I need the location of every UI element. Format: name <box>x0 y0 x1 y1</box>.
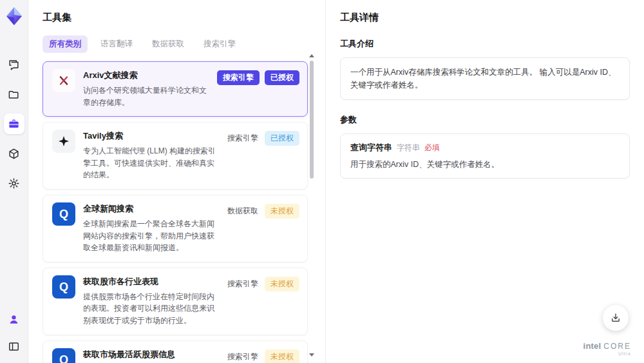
param-type: 字符串 <box>397 142 420 153</box>
sidebar-item-models[interactable] <box>4 143 24 164</box>
tab-search-engine[interactable]: 搜索引擎 <box>197 35 242 53</box>
tool-title: Arxiv文献搜索 <box>83 70 209 81</box>
tool-auth-badge: 已授权 <box>265 70 299 85</box>
briefcase-icon <box>8 118 20 130</box>
tool-description: 访问各个研究领域大量科学论文和文章的存储库。 <box>83 84 209 108</box>
download-button[interactable] <box>603 305 629 331</box>
scrollbar-thumb[interactable] <box>310 61 314 179</box>
tool-title: 获取市场最活跃股票信息 <box>83 349 218 360</box>
tool-card-body: 获取市场最活跃股票信息 提供当天交易量最高的股票列表。投资者可以利用这些信息来识… <box>83 348 218 363</box>
core-text: core <box>603 342 631 351</box>
intro-heading: 工具介绍 <box>340 38 630 50</box>
tool-icon: Q <box>52 130 75 153</box>
tool-icon: Q <box>52 348 75 363</box>
tool-description: 全球新闻搜索是一个聚合全球各大新闻网站内容的搜索引擎，帮助用户快速获取全球最新资… <box>83 218 218 254</box>
q-logo-icon: Q <box>59 354 68 363</box>
sidebar-item-tools[interactable] <box>4 113 24 134</box>
sidebar-bottom <box>4 309 24 357</box>
tool-auth-badge: 未授权 <box>265 204 299 219</box>
app-logo[interactable] <box>3 5 25 27</box>
tool-card-meta: 搜索引擎 未授权 <box>226 275 299 327</box>
collapse-panel-icon <box>8 340 20 353</box>
diamond-logo-icon <box>5 6 24 26</box>
tool-category-badge: 搜索引擎 <box>226 131 260 146</box>
tool-card-meta: 搜索引擎 已授权 <box>226 130 299 181</box>
q-logo-icon: Q <box>59 281 68 293</box>
cube-icon <box>8 148 20 160</box>
tool-card-body: Arxiv文献搜索 访问各个研究领域大量科学论文和文章的存储库。 <box>83 69 209 108</box>
tool-card-body: 全球新闻搜索 全球新闻搜索是一个聚合全球各大新闻网站内容的搜索引擎，帮助用户快速… <box>83 202 218 254</box>
param-description: 用于搜索的Arxiv ID、关键字或作者姓名。 <box>350 159 620 170</box>
download-icon <box>610 312 621 324</box>
tool-card-meta: 搜索引擎 未授权 <box>226 348 299 363</box>
tab-language-translation[interactable]: 语言翻译 <box>94 35 139 53</box>
tool-icon: Q <box>52 275 75 299</box>
tool-card-meta: 搜索引擎 已授权 <box>217 69 299 108</box>
tool-description: 专为人工智能代理 (LLM) 构建的搜索引擎工具。可快速提供实时、准确和真实的结… <box>83 145 218 181</box>
tool-card-body: Tavily搜索 专为人工智能代理 (LLM) 构建的搜索引擎工具。可快速提供实… <box>83 130 218 181</box>
tool-card[interactable]: Q 全球新闻搜索 全球新闻搜索是一个聚合全球各大新闻网站内容的搜索引擎，帮助用户… <box>43 195 308 262</box>
intel-core-wordmark: intel core <box>583 342 631 351</box>
tool-category-badge: 搜索引擎 <box>217 70 260 85</box>
folder-icon <box>8 88 20 101</box>
tool-category-badge: 数据获取 <box>226 204 260 219</box>
tool-title: 全球新闻搜索 <box>83 203 218 215</box>
tool-title: Tavily搜索 <box>83 130 218 142</box>
param-box: 查询字符串 字符串 必填 用于搜索的Arxiv ID、关键字或作者姓名。 <box>340 133 630 179</box>
tool-category-badge: 搜索引擎 <box>226 349 260 363</box>
tool-card-body: 获取股市各行业表现 提供股票市场各个行业在特定时间段内的表现。投资者可以利用这些… <box>83 275 218 327</box>
tool-list: Q Arxiv文献搜索 访问各个研究领域大量科学论文和文章的存储库。 搜索引擎 … <box>43 61 308 363</box>
sidebar-nav <box>4 54 24 193</box>
sidebar-item-settings[interactable] <box>4 173 24 193</box>
arxiv-logo-icon <box>58 75 70 86</box>
tool-card[interactable]: Q 获取股市各行业表现 提供股票市场各个行业在特定时间段内的表现。投资者可以利用… <box>43 268 308 335</box>
tavily-logo-icon <box>58 135 70 147</box>
tool-category-badge: 搜索引擎 <box>226 277 260 291</box>
sidebar <box>0 0 28 363</box>
params-heading: 参数 <box>340 114 630 126</box>
intel-text: intel <box>583 342 601 351</box>
tool-card[interactable]: Q Arxiv文献搜索 访问各个研究领域大量科学论文和文章的存储库。 搜索引擎 … <box>43 61 308 117</box>
intro-box: 一个用于从Arxiv存储库搜索科学论文和文章的工具。 输入可以是Arxiv ID… <box>340 57 630 100</box>
tool-card-meta: 数据获取 未授权 <box>226 202 299 254</box>
chat-icon <box>8 59 20 71</box>
tool-detail-panel: 工具详情 工具介绍 一个用于从Arxiv存储库搜索科学论文和文章的工具。 输入可… <box>325 0 644 363</box>
tool-icon: Q <box>52 202 75 226</box>
scroll-up-arrow[interactable] <box>309 54 314 57</box>
tool-card[interactable]: Q Tavily搜索 专为人工智能代理 (LLM) 构建的搜索引擎工具。可快速提… <box>43 122 308 190</box>
detail-title: 工具详情 <box>340 12 630 24</box>
tab-all-categories[interactable]: 所有类别 <box>43 35 88 53</box>
tool-list-panel: 工具集 所有类别 语言翻译 数据获取 搜索引擎 Q <box>28 0 325 363</box>
sidebar-item-files[interactable] <box>4 84 24 104</box>
tool-auth-badge: 未授权 <box>265 349 299 363</box>
param-name: 查询字符串 <box>350 142 392 153</box>
page-title: 工具集 <box>43 12 325 24</box>
sidebar-item-profile[interactable] <box>4 309 24 329</box>
category-tabs: 所有类别 语言翻译 数据获取 搜索引擎 <box>43 35 325 53</box>
sidebar-collapse-button[interactable] <box>4 336 24 357</box>
scroll-down-arrow[interactable] <box>309 353 314 357</box>
list-scrollbar[interactable] <box>309 54 314 357</box>
intel-core-logo: intel core Ultra <box>583 342 631 357</box>
tool-auth-badge: 已授权 <box>265 131 299 146</box>
param-required-badge: 必填 <box>424 142 440 153</box>
gear-icon <box>8 177 20 190</box>
ultra-text: Ultra <box>618 351 631 357</box>
intro-text: 一个用于从Arxiv存储库搜索科学论文和文章的工具。 输入可以是Arxiv ID… <box>350 66 620 92</box>
tool-card[interactable]: Q 获取市场最活跃股票信息 提供当天交易量最高的股票列表。投资者可以利用这些信息… <box>43 340 308 363</box>
tool-icon: Q <box>52 69 75 92</box>
user-avatar-icon <box>8 313 20 326</box>
tab-data-fetch[interactable]: 数据获取 <box>146 35 191 53</box>
q-logo-icon: Q <box>59 208 68 220</box>
sidebar-item-chat[interactable] <box>4 54 24 75</box>
tool-description: 提供股票市场各个行业在特定时间段内的表现。投资者可以利用这些信息来识别表现优于或… <box>83 291 218 327</box>
tool-title: 获取股市各行业表现 <box>83 276 218 288</box>
param-header: 查询字符串 字符串 必填 <box>350 142 620 153</box>
tool-auth-badge: 未授权 <box>265 277 299 291</box>
